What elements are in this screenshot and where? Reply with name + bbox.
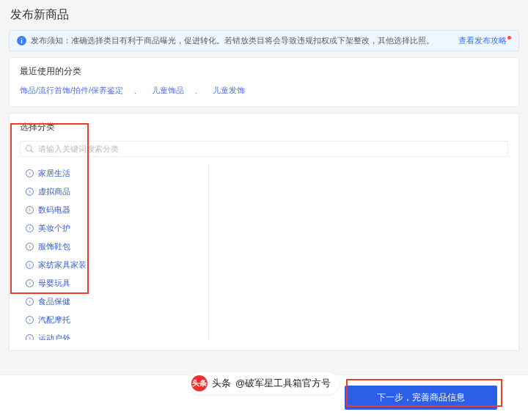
category-label: 服饰鞋包 <box>38 241 70 252</box>
recent-item[interactable]: 儿童发饰 <box>213 85 245 96</box>
notice-text: 发布须知：准确选择类目有利于商品曝光，促进转化。若错放类目将会导致违规扣权或下架… <box>31 35 454 46</box>
chevron-right-icon: › <box>26 334 34 340</box>
separator: 、 <box>133 85 142 96</box>
recent-categories-panel: 最近使用的分类 饰品/流行首饰/拍件/保养鉴定 、 儿童饰品 、 儿童发饰 <box>9 57 519 107</box>
select-title: 选择分类 <box>20 121 508 133</box>
category-column-1[interactable]: ›家居生活 ›虚拟商品 ›数码电器 ›美妆个护 ›服饰鞋包 ›家纺家具家装 ›母… <box>20 164 209 340</box>
chevron-right-icon: › <box>26 206 34 214</box>
attribution-prefix: 头条 <box>212 377 231 390</box>
category-item[interactable]: ›美妆个护 <box>20 219 207 237</box>
attribution-account: @破军星工具箱官方号 <box>235 377 331 390</box>
search-row <box>20 141 508 157</box>
category-label: 食品保健 <box>38 296 70 307</box>
chevron-right-icon: › <box>26 169 34 177</box>
category-item[interactable]: ›数码电器 <box>20 201 207 219</box>
next-step-button[interactable]: 下一步，完善商品信息 <box>345 386 497 410</box>
category-label: 美妆个护 <box>38 223 70 234</box>
category-label: 家居生活 <box>38 168 70 179</box>
category-label: 母婴玩具 <box>38 278 70 289</box>
category-columns: ›家居生活 ›虚拟商品 ›数码电器 ›美妆个护 ›服饰鞋包 ›家纺家具家装 ›母… <box>20 164 508 340</box>
svg-point-0 <box>26 146 32 152</box>
chevron-right-icon: › <box>26 188 34 196</box>
category-item[interactable]: ›母婴玩具 <box>20 274 207 292</box>
svg-line-1 <box>31 150 33 152</box>
notice-link[interactable]: 查看发布攻略 <box>458 35 511 46</box>
recent-item[interactable]: 饰品/流行首饰/拍件/保养鉴定 <box>20 85 123 96</box>
category-item[interactable]: ›家居生活 <box>20 164 207 183</box>
page-title: 发布新商品 <box>0 0 528 30</box>
recent-title: 最近使用的分类 <box>20 65 508 78</box>
category-item[interactable]: ›食品保健 <box>20 292 207 311</box>
recent-item[interactable]: 儿童饰品 <box>152 85 184 96</box>
attribution-watermark: 头条 头条 @破军星工具箱官方号 <box>188 372 340 394</box>
category-item[interactable]: ›汽配摩托 <box>20 311 207 329</box>
info-icon: i <box>17 36 26 45</box>
category-label: 运动户外 <box>38 333 70 340</box>
search-icon <box>25 144 34 153</box>
category-label: 汽配摩托 <box>38 314 70 325</box>
toutiao-logo-icon: 头条 <box>191 375 208 391</box>
chevron-right-icon: › <box>26 298 34 306</box>
chevron-right-icon: › <box>26 224 34 232</box>
chevron-right-icon: › <box>26 261 34 269</box>
category-label: 家纺家具家装 <box>38 259 87 270</box>
select-category-panel: 选择分类 ›家居生活 ›虚拟商品 ›数码电器 ›美妆个护 ›服饰鞋包 ›家纺家具… <box>9 113 519 351</box>
category-item[interactable]: ›家纺家具家装 <box>20 256 207 274</box>
category-search-input[interactable] <box>38 144 503 153</box>
category-item[interactable]: ›运动户外 <box>20 329 207 340</box>
category-item[interactable]: ›虚拟商品 <box>20 183 207 201</box>
notification-dot-icon <box>507 36 511 40</box>
chevron-right-icon: › <box>26 243 34 251</box>
category-label: 虚拟商品 <box>38 186 70 197</box>
chevron-right-icon: › <box>26 279 34 287</box>
separator: 、 <box>194 85 202 96</box>
category-label: 数码电器 <box>38 205 70 215</box>
category-item[interactable]: ›服饰鞋包 <box>20 237 207 256</box>
chevron-right-icon: › <box>26 316 34 324</box>
notice-bar: i 发布须知：准确选择类目有利于商品曝光，促进转化。若错放类目将会导致违规扣权或… <box>9 30 519 51</box>
